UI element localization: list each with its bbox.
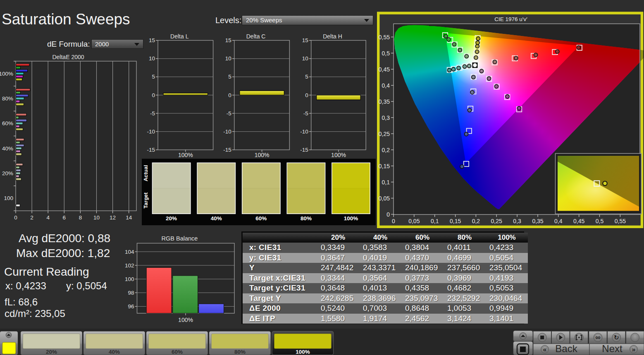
svg-text:10: 10 <box>225 55 231 62</box>
svg-text:15: 15 <box>302 37 308 43</box>
svg-text:0,5: 0,5 <box>596 218 604 224</box>
svg-text:20%: 20% <box>2 170 13 176</box>
svg-text:0,55: 0,55 <box>379 34 390 41</box>
svg-text:0: 0 <box>14 214 17 221</box>
svg-text:2: 2 <box>30 214 33 221</box>
svg-text:40%: 40% <box>109 349 120 355</box>
svg-text:0,55: 0,55 <box>615 218 626 224</box>
svg-text:0,4: 0,4 <box>554 218 563 224</box>
svg-text:0: 0 <box>305 92 308 98</box>
svg-text:Actual: Actual <box>143 165 149 181</box>
svg-text:0,35: 0,35 <box>379 98 390 105</box>
svg-text:5: 5 <box>305 74 308 80</box>
svg-text:100%: 100% <box>178 152 193 158</box>
svg-text:10: 10 <box>149 55 155 62</box>
svg-text:-5: -5 <box>303 110 308 117</box>
svg-text:80%: 80% <box>2 95 13 102</box>
svg-text:20%: 20% <box>166 215 177 222</box>
svg-text:100%: 100% <box>0 71 13 77</box>
svg-text:100: 100 <box>4 195 13 201</box>
svg-text:80%: 80% <box>234 349 246 355</box>
svg-text:0,1: 0,1 <box>431 218 439 224</box>
svg-text:0: 0 <box>152 92 155 98</box>
svg-text:96: 96 <box>128 303 134 310</box>
svg-text:40%: 40% <box>211 215 222 222</box>
svg-text:-15: -15 <box>223 147 231 153</box>
svg-text:∞: ∞ <box>595 334 600 341</box>
svg-text:0,15: 0,15 <box>379 163 390 169</box>
svg-text:-10: -10 <box>147 129 155 135</box>
svg-text:Next: Next <box>602 343 623 354</box>
svg-text:20%: 20% <box>46 349 57 355</box>
svg-text:0,4: 0,4 <box>382 82 390 89</box>
svg-text:80%: 80% <box>301 215 312 222</box>
svg-text:60%: 60% <box>172 349 183 355</box>
svg-text:0: 0 <box>228 92 231 98</box>
svg-text:10: 10 <box>93 214 100 221</box>
svg-text:-10: -10 <box>300 129 308 135</box>
svg-text:RGB Balance: RGB Balance <box>162 235 198 242</box>
svg-text:0,1: 0,1 <box>382 179 390 186</box>
svg-text:0,45: 0,45 <box>379 66 390 73</box>
svg-text:0,05: 0,05 <box>408 218 420 224</box>
svg-text:12: 12 <box>110 214 116 221</box>
svg-text:100%: 100% <box>255 152 270 158</box>
svg-text:98: 98 <box>128 290 134 296</box>
svg-text:Delta C: Delta C <box>246 33 266 40</box>
svg-text:0,15: 0,15 <box>450 218 461 224</box>
svg-text:60%: 60% <box>2 120 13 126</box>
svg-text:0,5: 0,5 <box>382 50 390 57</box>
svg-text:«: « <box>543 346 547 353</box>
svg-text:100%: 100% <box>296 349 310 355</box>
svg-text:10: 10 <box>302 55 308 62</box>
svg-text:4: 4 <box>46 214 50 221</box>
svg-text:100%: 100% <box>178 317 193 323</box>
svg-text:6: 6 <box>63 214 66 221</box>
svg-text:100%: 100% <box>344 215 358 222</box>
svg-text:0: 0 <box>392 218 395 224</box>
svg-text:CIE 1976 u'v': CIE 1976 u'v' <box>494 16 527 22</box>
svg-text:Back: Back <box>555 343 577 354</box>
svg-text:5: 5 <box>228 74 231 80</box>
svg-text:104: 104 <box>125 249 134 255</box>
svg-text:0,45: 0,45 <box>573 218 584 224</box>
svg-text:-5: -5 <box>150 110 155 117</box>
svg-text:0,35: 0,35 <box>532 218 543 224</box>
svg-text:Target: Target <box>143 192 149 208</box>
svg-text:»: » <box>632 346 636 353</box>
svg-text:40%: 40% <box>2 145 13 152</box>
svg-text:-15: -15 <box>300 147 308 153</box>
svg-text:Delta H: Delta H <box>323 33 342 40</box>
svg-text:15: 15 <box>225 37 231 43</box>
svg-text:-5: -5 <box>227 110 231 117</box>
svg-text:0: 0 <box>386 211 390 218</box>
svg-text:60%: 60% <box>255 215 267 222</box>
svg-text:0,3: 0,3 <box>382 114 390 121</box>
svg-text:↻: ↻ <box>614 334 619 341</box>
svg-text:-15: -15 <box>147 147 155 153</box>
svg-text:15: 15 <box>149 37 155 43</box>
svg-text:-10: -10 <box>223 129 231 135</box>
svg-text:0,05: 0,05 <box>379 195 390 202</box>
svg-text:100: 100 <box>125 276 134 282</box>
svg-text:0,3: 0,3 <box>513 218 521 224</box>
svg-text:0,2: 0,2 <box>472 218 480 224</box>
svg-text:100%: 100% <box>331 152 346 158</box>
svg-text:0,25: 0,25 <box>379 131 390 137</box>
svg-text:102: 102 <box>125 262 134 269</box>
svg-text:5: 5 <box>152 74 155 80</box>
svg-text:8: 8 <box>79 214 82 221</box>
svg-text:14: 14 <box>126 214 132 221</box>
svg-text:0,25: 0,25 <box>491 218 502 224</box>
svg-text:0,2: 0,2 <box>382 147 390 153</box>
svg-text:Delta L: Delta L <box>170 33 189 40</box>
svg-text:DeltaE 2000: DeltaE 2000 <box>52 54 84 60</box>
